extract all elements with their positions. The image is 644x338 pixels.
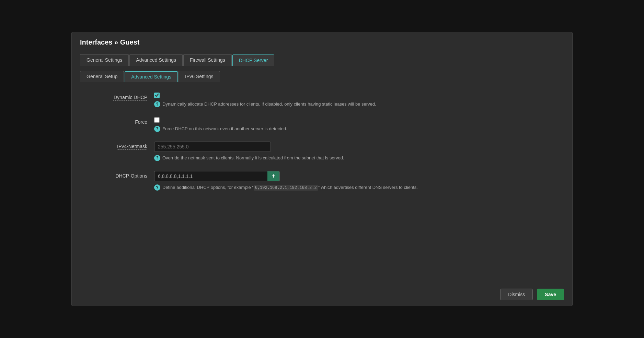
label-dhcp-options: DHCP-Options [85, 171, 154, 179]
modal-title: Interfaces » Guest [80, 38, 139, 46]
form-row-dynamic-dhcp: Dynamic DHCP ? Dynamically allocate DHCP… [85, 93, 559, 108]
help-force: ? Force DHCP on this network even if ano… [154, 125, 559, 132]
help-icon-dynamic-dhcp: ? [154, 101, 160, 107]
help-dynamic-dhcp: ? Dynamically allocate DHCP addresses fo… [154, 101, 559, 108]
modal-footer: Dismiss Save [72, 283, 572, 306]
dhcp-options-example-code: 6,192.168.2.1,192.168.2.2 [254, 185, 318, 191]
help-icon-dhcp-options: ? [154, 184, 160, 191]
dhcp-options-input-group: + [154, 171, 559, 181]
control-group-ipv4-netmask: ? Override the netmask sent to clients. … [154, 142, 559, 161]
tab-firewall-settings[interactable]: Firewall Settings [183, 54, 232, 66]
help-dhcp-options: ? Define additional DHCP options, for ex… [154, 184, 559, 191]
label-force: Force [85, 117, 154, 125]
control-group-dynamic-dhcp: ? Dynamically allocate DHCP addresses fo… [154, 93, 559, 108]
label-dynamic-dhcp: Dynamic DHCP [85, 93, 154, 100]
dynamic-dhcp-checkbox[interactable] [154, 93, 160, 98]
tab-general-settings[interactable]: General Settings [80, 54, 129, 66]
control-group-force: ? Force DHCP on this network even if ano… [154, 117, 559, 132]
checkbox-row-dynamic-dhcp [154, 93, 559, 98]
tabs-sub-container: General Setup Advanced Settings IPv6 Set… [72, 66, 572, 82]
checkbox-row-force [154, 117, 559, 123]
help-icon-ipv4-netmask: ? [154, 155, 160, 161]
modal-content: Dynamic DHCP ? Dynamically allocate DHCP… [72, 82, 572, 283]
tab-sub-advanced-settings[interactable]: Advanced Settings [125, 71, 178, 82]
ipv4-netmask-input[interactable] [154, 142, 271, 152]
tab-ipv6-settings[interactable]: IPv6 Settings [179, 71, 220, 82]
tab-general-setup[interactable]: General Setup [80, 71, 124, 82]
modal-header: Interfaces » Guest [72, 32, 572, 50]
dhcp-options-input[interactable] [154, 171, 267, 181]
help-icon-force: ? [154, 126, 160, 132]
form-row-dhcp-options: DHCP-Options + ? Define additional DHCP … [85, 171, 559, 191]
dhcp-options-add-button[interactable]: + [267, 171, 280, 181]
modal-dialog: Interfaces » Guest General Settings Adva… [71, 32, 573, 306]
force-checkbox[interactable] [154, 117, 160, 123]
form-row-ipv4-netmask: IPv4-Netmask ? Override the netmask sent… [85, 142, 559, 161]
save-button[interactable]: Save [537, 289, 564, 300]
tab-dhcp-server[interactable]: DHCP Server [232, 55, 275, 66]
help-ipv4-netmask: ? Override the netmask sent to clients. … [154, 155, 559, 161]
control-group-dhcp-options: + ? Define additional DHCP options, for … [154, 171, 559, 191]
tabs-top-container: General Settings Advanced Settings Firew… [72, 50, 572, 66]
tab-advanced-settings[interactable]: Advanced Settings [129, 54, 183, 66]
form-row-force: Force ? Force DHCP on this network even … [85, 117, 559, 132]
label-ipv4-netmask: IPv4-Netmask [85, 142, 154, 149]
dismiss-button[interactable]: Dismiss [500, 289, 533, 300]
